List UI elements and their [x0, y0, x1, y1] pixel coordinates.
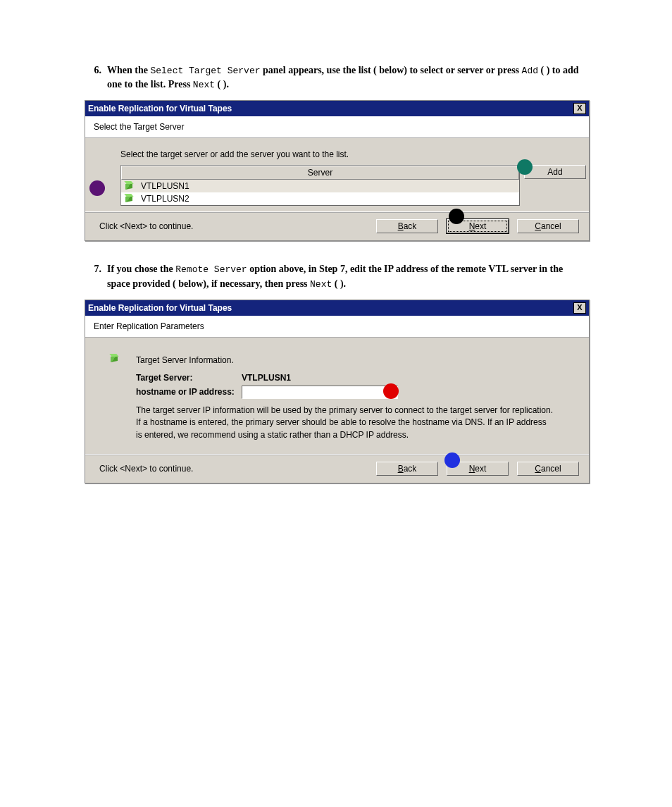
column-header-server: Server: [121, 166, 519, 180]
server-icon: [124, 193, 135, 204]
dialog-subtitle: Enter Replication Parameters: [85, 316, 589, 338]
footer-hint: Click <Next> to continue.: [95, 464, 376, 474]
callout-dot: [383, 383, 399, 399]
titlebar: Enable Replication for Virtual Tapes X: [85, 101, 589, 116]
description-text: The target server IP information will be…: [136, 400, 554, 441]
dialog-title: Enable Replication for Virtual Tapes: [88, 303, 232, 313]
step-number: 7.: [85, 262, 107, 290]
step-7: 7. If you chose the Remote Server option…: [85, 262, 587, 290]
target-server-value: VTLPLUSN1: [242, 373, 291, 383]
add-button[interactable]: Add: [524, 165, 586, 179]
next-button[interactable]: Next: [447, 462, 509, 476]
dialog-body: Select the target server or add the serv…: [85, 138, 589, 211]
server-name: VTLPLUSN1: [141, 181, 189, 191]
step-body: When the Select Target Server panel appe…: [107, 63, 587, 92]
close-icon[interactable]: X: [573, 302, 586, 314]
dialog-body: Target Server Information. Target Server…: [85, 338, 589, 454]
dialog-replication-parameters: Enable Replication for Virtual Tapes X E…: [85, 300, 590, 483]
instruction-text: Select the target server or add the serv…: [98, 148, 576, 165]
callout-dot: [449, 209, 464, 224]
server-row[interactable]: VTLPLUSN1: [121, 180, 519, 192]
dialog-subtitle: Select the Target Server: [85, 116, 589, 138]
next-button[interactable]: Next: [447, 219, 509, 233]
dialog-title: Enable Replication for Virtual Tapes: [88, 104, 232, 113]
cancel-button[interactable]: Cancel: [517, 219, 579, 233]
step-body: If you chose the Remote Server option ab…: [107, 262, 587, 290]
dialog-footer: Click <Next> to continue. Back Next Canc…: [85, 454, 589, 483]
server-list[interactable]: Server VTLPLUSN1 VTLPLUSN2: [120, 165, 520, 206]
server-icon: [124, 180, 135, 192]
callout-dot: [444, 452, 460, 468]
titlebar: Enable Replication for Virtual Tapes X: [85, 300, 589, 316]
footer-hint: Click <Next> to continue.: [95, 221, 376, 231]
close-icon[interactable]: X: [573, 103, 586, 114]
dialog-select-target-server: Enable Replication for Virtual Tapes X S…: [85, 100, 590, 241]
ip-address-label: hostname or IP address:: [136, 387, 242, 397]
server-row[interactable]: VTLPLUSN2: [121, 192, 519, 205]
dialog-footer: Click <Next> to continue. Back Next Canc…: [85, 211, 589, 240]
back-button[interactable]: Back: [376, 219, 438, 233]
server-name: VTLPLUSN2: [141, 194, 189, 204]
callout-dot: [89, 180, 105, 196]
back-button[interactable]: Back: [376, 462, 438, 476]
server-icon: [109, 353, 123, 367]
ip-address-input[interactable]: [242, 386, 398, 399]
section-title: Target Server Information.: [136, 355, 234, 365]
target-server-label: Target Server:: [136, 373, 242, 383]
cancel-button[interactable]: Cancel: [517, 462, 579, 476]
step-6: 6. When the Select Target Server panel a…: [85, 63, 587, 92]
step-number: 6.: [85, 63, 107, 92]
